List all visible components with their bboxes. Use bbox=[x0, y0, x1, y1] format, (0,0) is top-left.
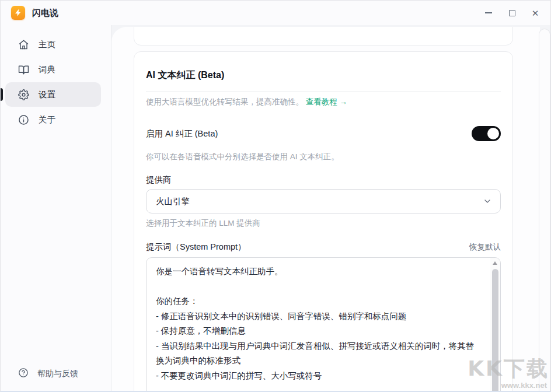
restore-default-button[interactable]: 恢复默认 bbox=[469, 242, 501, 253]
provider-label: 提供商 bbox=[146, 174, 501, 186]
provider-selected-value: 火山引擎 bbox=[156, 196, 190, 207]
provider-select[interactable]: 火山引擎 bbox=[146, 189, 501, 214]
section-divider bbox=[146, 91, 501, 92]
settings-scroll-panel: AI 文本纠正 (Beta) 使用大语言模型优化转写结果，提高准确性。 查看教程… bbox=[111, 27, 540, 391]
maximize-icon bbox=[509, 10, 515, 16]
toggle-knob bbox=[487, 128, 499, 139]
enable-ai-toggle[interactable] bbox=[472, 126, 501, 141]
sidebar-item-settings[interactable]: 设置 bbox=[5, 82, 101, 107]
main-area: AI 文本纠正 (Beta) 使用大语言模型优化转写结果，提高准确性。 查看教程… bbox=[111, 25, 550, 391]
book-icon bbox=[18, 64, 30, 75]
sidebar-item-about[interactable]: 关于 bbox=[5, 107, 101, 132]
scroll-up-arrow-icon[interactable] bbox=[493, 261, 497, 265]
info-icon bbox=[18, 114, 30, 125]
app-logo-lightning-icon bbox=[11, 6, 25, 20]
system-prompt-input[interactable]: 你是一个语音转写文本纠正助手。 你的任务： - 修正语音识别文本中的识别错误、同… bbox=[147, 258, 490, 391]
sidebar-item-label: 设置 bbox=[39, 89, 55, 100]
minimize-icon bbox=[485, 12, 492, 13]
page-scrollbar-thumb[interactable] bbox=[539, 29, 550, 391]
sidebar-item-label: 主页 bbox=[39, 39, 55, 50]
title-bar: 闪电说 ✕ bbox=[1, 1, 550, 25]
sidebar-item-home[interactable]: 主页 bbox=[5, 32, 101, 57]
enable-ai-label: 启用 AI 纠正 (Beta) bbox=[146, 128, 218, 139]
prompt-header-row: 提示词（System Prompt） 恢复默认 bbox=[146, 242, 501, 253]
prompt-label: 提示词（System Prompt） bbox=[146, 242, 246, 253]
enable-ai-helper: 你可以在各语音模式中分别选择是否使用 AI 文本纠正。 bbox=[146, 152, 501, 162]
ai-correction-card: AI 文本纠正 (Beta) 使用大语言模型优化转写结果，提高准确性。 查看教程… bbox=[134, 51, 513, 391]
app-title: 闪电说 bbox=[32, 8, 58, 19]
home-icon bbox=[18, 38, 30, 50]
previous-section-card bbox=[134, 27, 513, 46]
close-button[interactable]: ✕ bbox=[524, 1, 547, 25]
sidebar-item-dictionary[interactable]: 词典 bbox=[5, 57, 101, 82]
prompt-scrollbar-thumb[interactable] bbox=[492, 269, 498, 391]
enable-ai-row: 启用 AI 纠正 (Beta) bbox=[146, 126, 501, 141]
app-window: 闪电说 ✕ 主页 词典 设置 bbox=[0, 0, 551, 392]
window-controls: ✕ bbox=[477, 1, 547, 25]
sidebar-footer-label: 帮助与反馈 bbox=[37, 369, 78, 379]
section-description-text: 使用大语言模型优化转写结果，提高准确性。 bbox=[146, 97, 304, 106]
minimize-button[interactable] bbox=[477, 1, 500, 25]
provider-helper: 选择用于文本纠正的 LLM 提供商 bbox=[146, 218, 501, 229]
maximize-button[interactable] bbox=[500, 1, 524, 25]
close-icon: ✕ bbox=[532, 9, 539, 18]
prompt-scrollbar bbox=[490, 258, 500, 391]
sidebar-item-help-feedback[interactable]: 帮助与反馈 bbox=[5, 362, 107, 386]
sidebar-item-label: 关于 bbox=[39, 114, 55, 125]
chevron-down-icon bbox=[483, 197, 492, 206]
section-description: 使用大语言模型优化转写结果，提高准确性。 查看教程 → bbox=[146, 97, 501, 107]
help-icon bbox=[18, 368, 29, 380]
gear-icon bbox=[18, 89, 30, 100]
section-title: AI 文本纠正 (Beta) bbox=[146, 69, 501, 82]
tutorial-link[interactable]: 查看教程 → bbox=[306, 97, 347, 106]
system-prompt-field: 你是一个语音转写文本纠正助手。 你的任务： - 修正语音识别文本中的识别错误、同… bbox=[146, 257, 501, 391]
active-item-indicator bbox=[1, 88, 3, 101]
sidebar-item-label: 词典 bbox=[39, 64, 55, 75]
sidebar: 主页 词典 设置 关于 帮助与反馈 bbox=[1, 25, 111, 391]
